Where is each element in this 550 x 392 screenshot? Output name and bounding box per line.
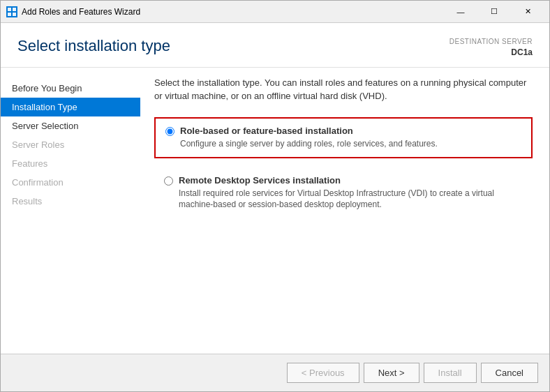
main-content-area: Select the installation type. You can in… xyxy=(140,76,549,354)
window-title: Add Roles and Features Wizard xyxy=(22,7,445,17)
sidebar-item-confirmation: Confirmation xyxy=(1,173,140,192)
option-remote-desktop-content: Remote Desktop Services installation Ins… xyxy=(179,175,523,211)
sidebar-item-installation-type[interactable]: Installation Type xyxy=(1,98,140,116)
sidebar-item-results: Results xyxy=(1,192,140,211)
header-divider xyxy=(1,67,549,68)
destination-server: DC1a xyxy=(449,47,533,59)
option-role-based-title: Role-based or feature-based installation xyxy=(180,126,438,136)
option-remote-desktop-desc: Install required role services for Virtu… xyxy=(179,188,523,211)
sidebar-item-before-you-begin[interactable]: Before You Begin xyxy=(1,79,140,98)
wizard-footer: < Previous Next > Install Cancel xyxy=(1,354,549,391)
previous-button[interactable]: < Previous xyxy=(287,363,359,383)
next-button[interactable]: Next > xyxy=(364,363,419,383)
destination-label: DESTINATION SERVER xyxy=(449,37,533,47)
install-button[interactable]: Install xyxy=(424,363,477,383)
option-role-based-box: Role-based or feature-based installation… xyxy=(154,117,533,158)
close-button[interactable]: ✕ xyxy=(512,2,544,22)
page-title: Select installation type xyxy=(17,37,170,55)
maximize-button[interactable]: ☐ xyxy=(478,2,510,22)
destination-info: DESTINATION SERVER DC1a xyxy=(449,37,533,59)
window-controls: — ☐ ✕ xyxy=(445,2,544,22)
wizard-body: Before You Begin Installation Type Serve… xyxy=(1,76,549,354)
svg-rect-2 xyxy=(8,13,11,16)
description-text: Select the installation type. You can in… xyxy=(154,76,533,103)
wizard-window: Add Roles and Features Wizard — ☐ ✕ Sele… xyxy=(0,0,550,392)
cancel-button[interactable]: Cancel xyxy=(481,363,538,383)
title-bar: Add Roles and Features Wizard — ☐ ✕ xyxy=(1,1,549,23)
sidebar-item-server-roles: Server Roles xyxy=(1,135,140,154)
svg-rect-0 xyxy=(8,8,11,11)
radio-role-based[interactable] xyxy=(165,127,174,136)
option-remote-desktop-title: Remote Desktop Services installation xyxy=(179,175,523,186)
svg-rect-3 xyxy=(13,13,16,16)
wizard-header: Select installation type DESTINATION SER… xyxy=(1,23,549,67)
sidebar-item-server-selection[interactable]: Server Selection xyxy=(1,116,140,135)
option-remote-desktop-box: Remote Desktop Services installation Ins… xyxy=(154,168,533,218)
wizard-content: Select installation type DESTINATION SER… xyxy=(1,23,549,354)
window-icon xyxy=(6,6,17,17)
svg-rect-1 xyxy=(13,8,16,11)
option-role-based-content: Role-based or feature-based installation… xyxy=(180,126,438,150)
option-role-based-desc: Configure a single server by adding role… xyxy=(180,138,438,150)
sidebar-item-features: Features xyxy=(1,154,140,173)
sidebar: Before You Begin Installation Type Serve… xyxy=(1,76,140,354)
radio-remote-desktop[interactable] xyxy=(164,176,173,186)
minimize-button[interactable]: — xyxy=(445,2,477,22)
